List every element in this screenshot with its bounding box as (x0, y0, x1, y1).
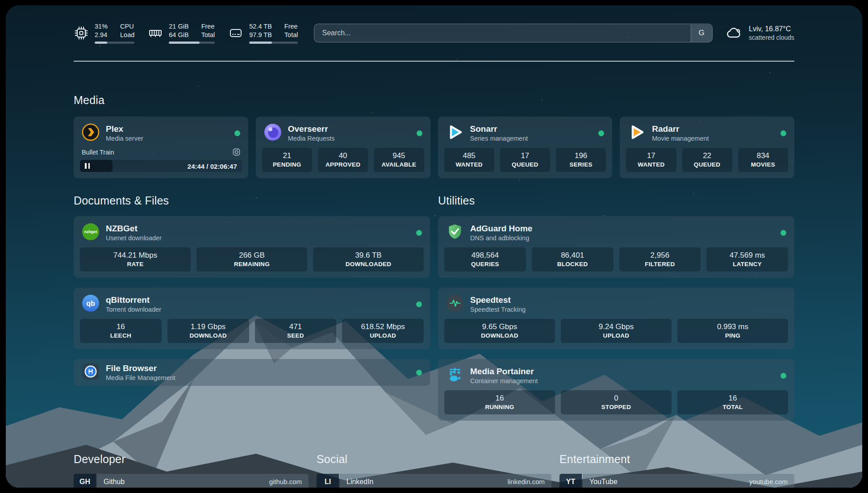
stat-download: 9.65 GbpsDOWNLOAD (444, 319, 555, 343)
bookmark-youtube[interactable]: YT YouTube youtube.com (559, 474, 794, 488)
stat-rate: 744.21 MbpsRATE (80, 247, 191, 272)
service-subtitle: Media Requests (288, 135, 335, 142)
bookmark-github[interactable]: GH Github github.com (74, 474, 309, 488)
filebrowser-icon (82, 363, 100, 382)
service-card-speedtest[interactable]: Speedtest Speedtest Tracking 9.65 GbpsDO… (438, 288, 794, 349)
service-name: Overseerr (288, 124, 335, 134)
bookmark-group-developer: Developer GH Github github.com SO StackO… (74, 453, 309, 488)
service-card-adguard[interactable]: AdGuard Home DNS and adblocking 498,564Q… (438, 216, 794, 278)
pause-icon[interactable] (85, 163, 87, 169)
service-card-overseerr[interactable]: Overseerr Media Requests 21PENDING 40APP… (256, 117, 430, 178)
stat-blocked: 86,401BLOCKED (532, 247, 613, 272)
disk-icon (228, 25, 243, 41)
speedtest-icon (446, 294, 464, 314)
memory-free-label: Free (201, 22, 215, 31)
settings-icon[interactable] (233, 148, 240, 156)
bookmark-group-entertainment: Entertainment YT YouTube youtube.com NF … (559, 453, 794, 488)
weather-widget: Lviv, 16.87°C scattered clouds (725, 24, 794, 42)
service-card-plex[interactable]: Plex Media server Bullet Train (74, 117, 248, 178)
stat-queued: 22QUEUED (682, 148, 732, 172)
bookmark-label: Github (104, 478, 125, 486)
stat-seed: 471SEED (255, 319, 337, 343)
service-subtitle: Torrent downloader (106, 306, 161, 313)
stat-ping: 0.993 msPING (677, 319, 788, 343)
stat-running: 16RUNNING (444, 390, 555, 414)
adguard-icon (446, 223, 464, 242)
cpu-usage-label: CPU (120, 22, 134, 31)
bookmark-url: youtube.com (749, 478, 788, 485)
service-name: NZBGet (106, 224, 162, 234)
sonarr-icon (446, 123, 464, 143)
service-name: Plex (106, 124, 143, 134)
stat-wanted: 17WANTED (626, 148, 676, 172)
disk-free-label: Free (284, 22, 298, 31)
stat-wanted: 485WANTED (444, 148, 494, 172)
service-card-portainer[interactable]: Media Portainer Container management 16R… (438, 359, 794, 421)
bookmark-linkedin[interactable]: LI LinkedIn linkedin.com (317, 474, 551, 488)
utilities-column: Utilities (438, 194, 794, 421)
search-provider-button[interactable]: G (691, 25, 712, 42)
memory-icon (148, 25, 163, 41)
cpu-icon (74, 25, 89, 41)
playback-time: 24:44 / 02:06:47 (188, 162, 237, 170)
status-dot (416, 301, 422, 307)
service-subtitle: Movie management (652, 135, 709, 142)
bookmark-label: LinkedIn (346, 478, 374, 486)
section-title-developer: Developer (74, 453, 309, 466)
service-name: Sonarr (470, 124, 528, 134)
stat-latency: 47.569 msLATENCY (706, 247, 788, 272)
stat-available: 945AVAILABLE (374, 148, 424, 172)
service-card-radarr[interactable]: Radarr Movie management 17WANTED 22QUEUE… (620, 117, 794, 178)
disk-widget: 52.4 TB 97.9 TB Free Total (228, 22, 298, 44)
service-name: Media Portainer (470, 367, 538, 376)
bookmark-group-social: Social LI LinkedIn linkedin.com TW Twitt… (317, 453, 551, 488)
nzbget-icon: nzbget (82, 223, 100, 242)
service-name: File Browser (106, 363, 175, 373)
service-subtitle: Series management (470, 135, 528, 142)
disk-total-label: Total (284, 31, 298, 39)
playback-progress-bar[interactable]: 24:44 / 02:06:47 (80, 160, 242, 172)
playback-progress-fill (80, 160, 113, 172)
section-title-entertainment: Entertainment (559, 453, 794, 466)
service-card-nzbget[interactable]: nzbget NZBGet Usenet downloader 74 (74, 216, 430, 278)
plex-icon (82, 123, 100, 143)
status-dot (598, 130, 604, 136)
service-subtitle: Media server (106, 135, 143, 142)
service-card-sonarr[interactable]: Sonarr Series management 485WANTED 17QUE… (438, 117, 613, 178)
section-title-utilities: Utilities (438, 194, 794, 207)
section-title-documents: Documents & Files (74, 194, 430, 207)
service-card-filebrowser[interactable]: File Browser Media File Management (74, 359, 430, 386)
status-dot (780, 373, 786, 379)
svg-text:qb: qb (86, 300, 95, 307)
media-card-row: Plex Media server Bullet Train (74, 117, 794, 178)
stat-upload: 618.52 MbpsUPLOAD (342, 319, 424, 343)
status-dot (416, 370, 422, 376)
service-card-qbittorrent[interactable]: qb qBittorrent Torrent downloader (74, 288, 430, 349)
status-dot (234, 130, 240, 136)
cpu-usage-value: 31% (95, 22, 108, 31)
stat-total: 16TOTAL (677, 390, 788, 414)
stat-remaining: 266 GBREMAINING (196, 247, 307, 272)
bookmark-abbr: YT (559, 474, 582, 488)
cpu-load-label: Load (120, 31, 134, 39)
cpu-widget: 31% 2.94 CPU Load (74, 22, 134, 44)
qbittorrent-icon: qb (82, 294, 100, 314)
dashboard-frame: 31% 2.94 CPU Load (6, 5, 862, 488)
stat-download: 1.19 GbpsDOWNLOAD (167, 319, 249, 343)
bookmark-label: YouTube (589, 478, 618, 486)
status-dot (780, 130, 786, 136)
stat-approved: 40APPROVED (318, 148, 368, 172)
cloud-icon (725, 24, 743, 42)
memory-progress-fill (169, 42, 200, 44)
service-subtitle: Usenet downloader (106, 234, 162, 242)
stat-pending: 21PENDING (262, 148, 312, 172)
disk-progress-bar (249, 42, 298, 44)
service-subtitle: Container management (470, 377, 538, 384)
stat-filtered: 2,956FILTERED (619, 247, 701, 272)
pause-icon[interactable] (88, 163, 90, 169)
radarr-icon (628, 123, 646, 143)
search-input[interactable] (314, 24, 713, 42)
now-playing-title: Bullet Train (82, 149, 114, 156)
svg-text:nzbget: nzbget (84, 230, 97, 234)
service-name: AdGuard Home (470, 224, 532, 234)
